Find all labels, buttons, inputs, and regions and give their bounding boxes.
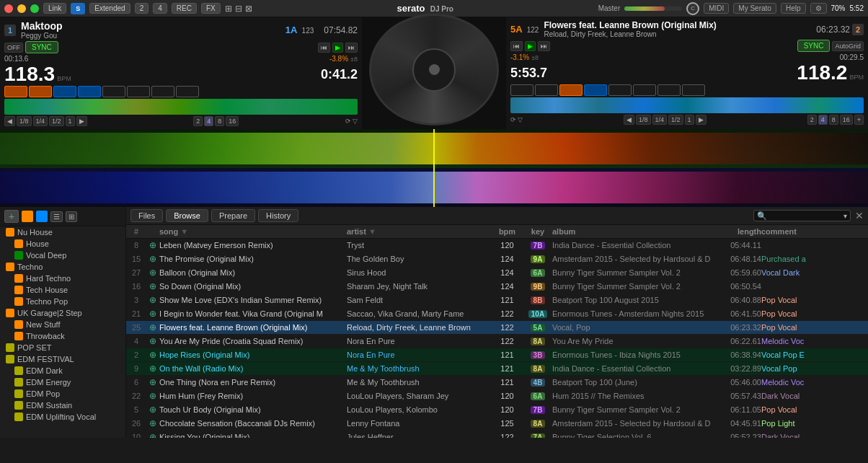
ch2-button[interactable]: 2 [135, 3, 149, 14]
search-input[interactable] [757, 211, 843, 220]
deck-right-grid-2[interactable]: 2 [807, 115, 817, 125]
deck-right-grid-1[interactable]: 1 [685, 115, 694, 125]
deck-left-grid-1[interactable]: 1 [66, 116, 75, 126]
vinyl-record[interactable] [369, 14, 499, 125]
list-view-btn[interactable]: ☰ [50, 211, 63, 222]
track-add-btn[interactable]: ⊕ [146, 309, 159, 319]
sidebar-item-throwback[interactable]: Throwback [0, 330, 125, 342]
track-add-btn[interactable]: ⊕ [146, 268, 159, 278]
table-row[interactable]: 26 ⊕ Chocolate Sensation (Baccanali DJs … [126, 417, 868, 431]
history-tab[interactable]: History [258, 209, 298, 222]
orange-crate-btn[interactable] [22, 211, 33, 222]
col-header-album[interactable]: album [552, 227, 718, 236]
deck-left-play-btn[interactable]: ▶ [332, 43, 343, 53]
deck-left-grid-next[interactable]: ▶ [76, 116, 87, 126]
col-header-bpm[interactable]: bpm [491, 227, 523, 236]
deck-right-cue6[interactable] [633, 84, 656, 96]
track-add-btn[interactable]: ⊕ [146, 295, 159, 305]
deck-right-next-btn[interactable]: ⏭ [538, 41, 550, 51]
sidebar-item-edm-festival[interactable]: EDM FESTIVAL [0, 353, 125, 365]
sidebar-item-edm-dark[interactable]: EDM Dark [0, 365, 125, 376]
col-header-length[interactable]: length [718, 227, 761, 236]
deck-right-plus-btn[interactable]: + [854, 115, 864, 125]
help-button[interactable]: Help [781, 3, 806, 14]
deck-right-cue3[interactable] [559, 84, 583, 96]
table-row[interactable]: 3 ⊕ Show Me Love (EDX's Indian Summer Re… [126, 294, 868, 307]
sidebar-item-new-stuff[interactable]: New Stuff [0, 319, 125, 330]
table-row[interactable]: 5 ⊕ Touch Ur Body (Original Mix) LouLou … [126, 403, 868, 417]
deck-left-grid-8[interactable]: 8 [215, 116, 224, 126]
table-row[interactable]: 15 ⊕ The Promise (Original Mix) The Gold… [126, 252, 868, 266]
table-row[interactable]: 4 ⊕ You Are My Pride (Croatia Squad Remi… [126, 335, 868, 348]
extended-button[interactable]: Extended [89, 3, 130, 14]
table-row[interactable]: 16 ⊕ So Down (Original Mix) Sharam Jey, … [126, 280, 868, 294]
track-add-btn[interactable]: ⊕ [146, 432, 159, 438]
blue-crate-btn[interactable] [36, 211, 48, 222]
deck-left-grid-4[interactable]: 4 [204, 116, 213, 126]
deck-right-cue1[interactable] [510, 84, 533, 96]
table-row[interactable]: 10 ⊕ Kissing You (Original Mix) Jules He… [126, 431, 868, 438]
deck-left-cue7[interactable] [151, 86, 174, 97]
track-add-btn[interactable]: ⊕ [146, 350, 159, 360]
col-header-song[interactable]: song ▼ [159, 227, 347, 236]
table-row[interactable]: 21 ⊕ I Begin to Wonder feat. Vika Grand … [126, 307, 868, 321]
sidebar-item-edm-pop[interactable]: EDM Pop [0, 388, 125, 400]
add-crate-button[interactable]: + [4, 210, 19, 223]
sidebar-item-house[interactable]: House [0, 238, 125, 250]
prepare-tab[interactable]: Prepare [211, 209, 255, 222]
master-volume-bar[interactable] [624, 6, 682, 11]
deck-right-grid-8[interactable]: 8 [829, 115, 838, 125]
table-row[interactable]: 6 ⊕ One Thing (Nora en Pure Remix) Me & … [126, 376, 868, 389]
sidebar-item-pop-set[interactable]: POP SET [0, 342, 125, 353]
table-row[interactable]: 22 ⊕ Hum Hum (Frey Remix) LouLou Players… [126, 389, 868, 403]
sidebar-item-vocal-deep[interactable]: Vocal Deep [0, 250, 125, 261]
deck-right-autogrid-btn[interactable]: AutoGrid [832, 41, 864, 51]
table-row[interactable]: 25 ⊕ Flowers feat. Leanne Brown (Origina… [126, 321, 868, 335]
deck-left-grid-16[interactable]: 16 [226, 116, 239, 126]
sidebar-item-uk-garage[interactable]: UK Garage|2 Step [0, 307, 125, 319]
my-serato-button[interactable]: My Serato [733, 3, 776, 14]
deck-right-grid-1-8[interactable]: 1/8 [636, 115, 651, 125]
sidebar-item-nu-house[interactable]: Nu House [0, 226, 125, 238]
track-add-btn[interactable]: ⊕ [146, 254, 159, 264]
deck-left-sync-btn[interactable]: SYNC [25, 41, 58, 53]
sidebar-item-techno[interactable]: Techno [0, 261, 125, 273]
ch4-button[interactable]: 4 [153, 3, 167, 14]
deck-right-cue7[interactable] [657, 84, 681, 96]
deck-right-play-btn[interactable]: ▶ [525, 41, 536, 51]
deck-left-cue8[interactable] [176, 86, 199, 97]
table-row[interactable]: 2 ⊕ Hope Rises (Original Mix) Nora En Pu… [126, 348, 868, 362]
deck-right-grid-1-2[interactable]: 1/2 [668, 115, 683, 125]
table-row[interactable]: 8 ⊕ Leben (Matvey Emerson Remix) Tryst 1… [126, 239, 868, 252]
deck-left-grid-prev[interactable]: ◀ [4, 116, 15, 126]
sidebar-item-tech-house[interactable]: Tech House [0, 284, 125, 296]
cue-button[interactable]: C [686, 2, 699, 15]
maximize-window-btn[interactable] [30, 4, 39, 13]
track-add-btn[interactable]: ⊕ [146, 281, 159, 291]
sidebar-item-edm-uplifting[interactable]: EDM Uplifting Vocal [0, 411, 125, 423]
deck-left-next-btn[interactable]: ⏭ [345, 43, 358, 53]
link-button[interactable]: Link [43, 3, 66, 14]
deck-right-grid-4[interactable]: 4 [818, 115, 828, 125]
search-dropdown-icon[interactable]: ▾ [843, 212, 847, 220]
table-row[interactable]: 27 ⊕ Balloon (Original Mix) Sirus Hood 1… [126, 266, 868, 280]
close-window-btn[interactable] [4, 4, 13, 13]
track-add-btn[interactable]: ⊕ [146, 363, 159, 374]
close-search-icon[interactable]: ✕ [855, 210, 864, 221]
deck-left-grid-1-4[interactable]: 1/4 [33, 116, 48, 126]
track-add-btn[interactable]: ⊕ [146, 391, 159, 401]
deck-right-prev-btn[interactable]: ⏮ [510, 41, 523, 51]
deck-right-grid-prev[interactable]: ◀ [624, 115, 634, 125]
track-add-btn[interactable]: ⊕ [146, 336, 159, 346]
deck-right-cue8[interactable] [682, 84, 705, 96]
sidebar-item-hard-techno[interactable]: Hard Techno [0, 273, 125, 284]
sidebar-item-edm-sustain[interactable]: EDM Sustain [0, 400, 125, 411]
deck-left-cue4[interactable] [78, 86, 101, 97]
deck-left-cue2[interactable] [29, 86, 52, 97]
sidebar-item-edm-energy[interactable]: EDM Energy [0, 376, 125, 388]
gear-button[interactable]: ⚙ [810, 3, 827, 14]
deck-left-cue1[interactable] [4, 86, 27, 97]
deck-left-cue5[interactable] [102, 86, 125, 97]
col-header-comment[interactable]: comment [761, 227, 819, 236]
deck-left-grid-1-2[interactable]: 1/2 [49, 116, 64, 126]
